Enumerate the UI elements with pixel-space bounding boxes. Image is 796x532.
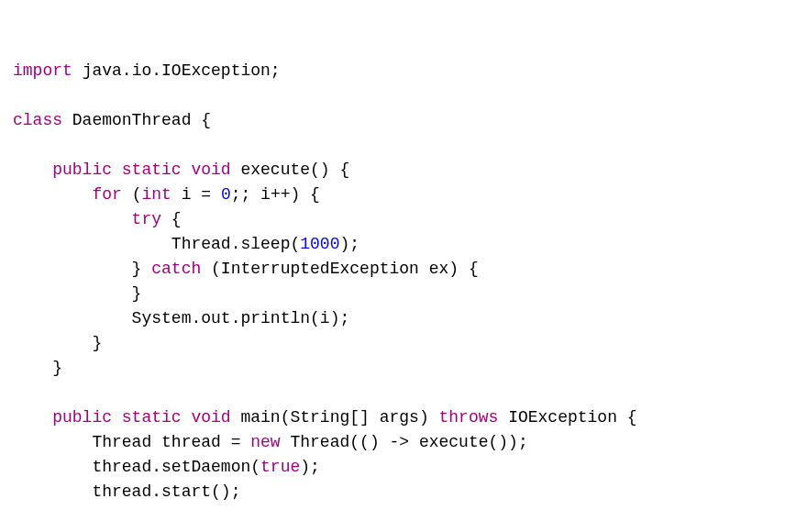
code-token: import (13, 61, 83, 80)
code-token: int (141, 185, 181, 204)
code-token: new (250, 433, 290, 451)
code-token: for (13, 185, 132, 204)
code-token: public static void (13, 161, 240, 179)
code-token: class (13, 111, 72, 129)
code-token: 1000 (300, 235, 339, 253)
code-token: true (260, 458, 300, 476)
code-token: i = (182, 185, 221, 204)
code-token: DaemonThread { (72, 111, 211, 129)
code-token: catch (151, 260, 211, 278)
code-token: ;; i++) { (231, 185, 320, 204)
code-token: ( (132, 185, 142, 204)
code-token: main(String[] args) (240, 408, 438, 427)
code-token: try (13, 210, 171, 228)
code-token: 0 (221, 185, 231, 204)
code-token: execute() { (240, 161, 349, 179)
code-token: public static void (13, 408, 240, 427)
code-token: java.io.IOException; (83, 61, 281, 80)
code-block: import java.io.IOException; class Daemon… (13, 59, 783, 532)
code-token: throws (439, 408, 509, 427)
